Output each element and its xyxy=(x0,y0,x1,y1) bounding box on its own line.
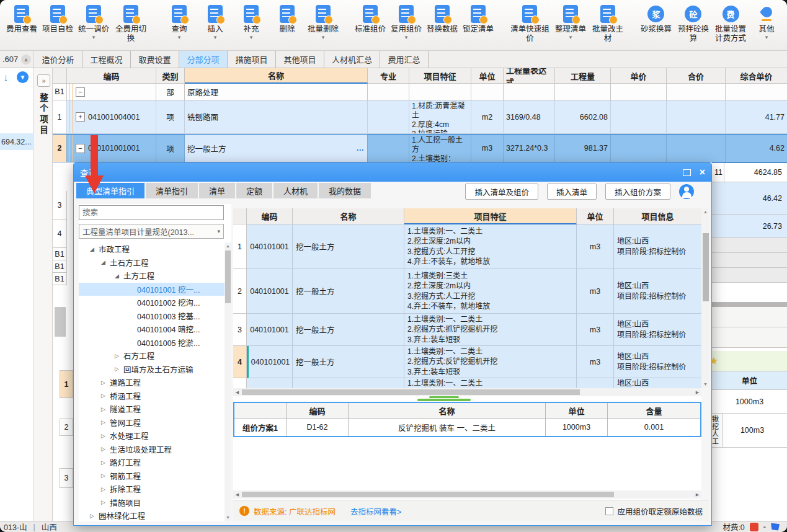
index-site-link[interactable]: 去指标网看看> xyxy=(350,505,401,517)
col-header[interactable]: 专业 xyxy=(368,68,409,84)
tree-item[interactable]: 040101002 挖沟... xyxy=(79,296,231,309)
dialog-tab[interactable]: 清单指引 xyxy=(146,183,198,198)
name-cell[interactable]: 挖一般土方 … xyxy=(185,134,368,162)
name-cell[interactable]: 挖一般土方 xyxy=(293,314,404,346)
scroll-up-icon[interactable]: ▲ xyxy=(702,208,709,216)
unit-cell[interactable]: m3 xyxy=(577,314,614,346)
toolbar-button[interactable]: 标准组价 xyxy=(352,2,388,35)
tree-arrow-icon[interactable]: ▷ xyxy=(101,446,110,452)
info-cell[interactable]: 地区:山西 项目阶段:招标控制价 xyxy=(614,314,701,346)
result-row[interactable]: 1.土壤类别:一、二类土 地区:山西 xyxy=(233,378,701,389)
name-cell[interactable]: 挖一般土方 xyxy=(293,269,404,314)
scroll-down-icon[interactable]: ▼ xyxy=(225,514,231,521)
tree-arrow-icon[interactable]: ▷ xyxy=(101,472,110,479)
col-header[interactable]: 名称 xyxy=(185,68,368,84)
col-header[interactable]: 工程量表达式 xyxy=(504,68,555,84)
scroll-left-icon[interactable]: ◀ xyxy=(233,388,241,396)
minimize-icon[interactable]: - xyxy=(763,523,766,531)
result-row[interactable]: 2 040101001 挖一般土方 1.土壤类别:三类土 2.挖土深度:2m以内… xyxy=(233,269,701,314)
features-cell[interactable]: 1.土壤类别:一、二类土 2.挖掘方式:反铲挖掘机开挖 3.弃土:装车短驳 xyxy=(404,346,577,378)
col-header[interactable]: 项目特征 xyxy=(404,208,577,224)
dialog-titlebar[interactable]: 查询 × xyxy=(74,163,711,182)
unit-cell[interactable]: m3 xyxy=(577,269,614,314)
horizontal-scrollbar[interactable]: ◀ ▶ xyxy=(233,388,701,396)
expression-cell[interactable]: 3169/0.48 xyxy=(504,100,555,134)
tree-item[interactable]: ▷ 路灯工程 xyxy=(79,456,231,469)
toolbar-button[interactable]: 全费用切换 xyxy=(112,2,150,45)
code-cell[interactable] xyxy=(247,378,293,389)
code-cell[interactable]: 040101001 xyxy=(247,314,293,346)
dialog-tab[interactable]: 我的数据 xyxy=(319,183,371,198)
expand-panel-button[interactable]: » xyxy=(37,74,50,87)
flag-icon[interactable] xyxy=(771,523,780,531)
unit-cell[interactable]: m3 xyxy=(577,224,614,269)
row-number[interactable]: 4 xyxy=(53,219,67,248)
toolbar-button[interactable]: 其他 ▾ xyxy=(749,2,785,42)
toolbar-button[interactable]: 批量改主材 xyxy=(589,2,627,45)
cell[interactable] xyxy=(368,84,409,100)
tree-arrow-icon[interactable]: ▷ xyxy=(101,379,110,386)
col-header[interactable]: 编码 xyxy=(67,68,156,84)
name-cell[interactable]: 铣刨路面 xyxy=(185,100,368,134)
tree-arrow-icon[interactable]: ▷ xyxy=(101,486,110,492)
user-avatar-icon[interactable] xyxy=(679,184,694,199)
row-number[interactable]: 1 xyxy=(233,224,247,269)
scheme-row[interactable]: 组价方案1 D1-62 反铲挖掘机 装车 一、二类土 1000m3 0.001 xyxy=(234,419,700,436)
tree-arrow-icon[interactable]: ▷ xyxy=(101,459,110,466)
tree-item[interactable]: 040101004 暗挖... xyxy=(79,322,231,336)
scheme-amount[interactable]: 0.001 xyxy=(608,419,700,436)
tree-item[interactable]: ▷ 生活垃圾处理工程 xyxy=(79,443,231,456)
toolbar-button[interactable]: 复用组价 ▾ xyxy=(388,2,424,42)
info-cell[interactable]: 地区:山西 xyxy=(614,378,701,389)
scroll-right-icon[interactable]: ▶ xyxy=(693,490,701,499)
toolbar-button[interactable]: 项目自检 xyxy=(40,2,76,35)
col-header[interactable]: 类别 xyxy=(156,68,185,84)
tree-item[interactable]: ▷ 钢筋工程 xyxy=(79,469,231,483)
tree-item[interactable]: ▷ 水处理工程 xyxy=(79,429,231,443)
chevron-down-icon[interactable]: ▾ xyxy=(765,34,768,40)
main-tab[interactable]: 取费设置 xyxy=(131,51,179,68)
unit-cell[interactable]: m3 xyxy=(471,134,504,162)
row-number[interactable] xyxy=(233,378,247,389)
row-number[interactable]: 1 xyxy=(60,370,73,398)
app-logo-icon[interactable] xyxy=(750,523,758,531)
cell[interactable] xyxy=(667,84,726,100)
tree-arrow-icon[interactable]: ◢ xyxy=(101,259,110,265)
row-number[interactable]: 2 xyxy=(53,134,67,162)
dialog-tab[interactable]: 人材机 xyxy=(273,183,318,198)
features-cell[interactable]: 1.材质:沥青混凝土 2.厚度:4cm 3.垃圾运输 xyxy=(409,100,471,134)
toolbar-button[interactable]: 砼 预拌砼换算 xyxy=(674,2,713,45)
table-row[interactable]: B1 − 部 原路处理 xyxy=(53,84,787,100)
code-cell[interactable]: 040101001 xyxy=(247,269,293,314)
scrollbar-thumb[interactable] xyxy=(703,233,709,301)
main-tab[interactable]: 费用汇总 xyxy=(380,51,429,68)
cell[interactable] xyxy=(504,84,555,100)
main-tab[interactable]: 造价分析 xyxy=(34,51,82,68)
toolbar-button[interactable]: 锁定清单 xyxy=(460,2,496,35)
tree-arrow-icon[interactable]: ▷ xyxy=(101,499,110,505)
col-header[interactable]: 项目特征 xyxy=(409,68,471,84)
dialog-tab[interactable]: 清单 xyxy=(199,183,235,198)
tree-item[interactable]: ▷ 石方工程 xyxy=(79,349,231,363)
info-cell[interactable]: 地区:山西 项目阶段:招标控制价 xyxy=(614,224,701,269)
tree-arrow-icon[interactable]: ▷ xyxy=(101,419,110,425)
tree-arrow-icon[interactable]: ▷ xyxy=(101,433,110,439)
col-header[interactable]: 工程量 xyxy=(555,68,611,84)
scrollbar-thumb[interactable] xyxy=(242,492,614,497)
toolbar-button[interactable]: 费 批量设置 计费方式 xyxy=(713,2,749,45)
quantity-cell[interactable]: 6602.08 xyxy=(555,100,611,134)
tree-item[interactable]: ▷ 措施项目 xyxy=(79,496,231,510)
col-header[interactable]: 项目信息 xyxy=(614,208,701,224)
chevron-down-icon[interactable]: ▾ xyxy=(322,34,325,40)
name-cell[interactable]: 挖一般土方 xyxy=(293,346,404,378)
unit-cell[interactable]: m3 xyxy=(577,346,614,378)
toolbar-button[interactable]: 清单快速组价 xyxy=(507,2,553,45)
cell[interactable] xyxy=(471,84,504,100)
toolbar-button[interactable]: 浆 砂浆换算 xyxy=(638,2,674,35)
chevron-down-icon[interactable]: ▾ xyxy=(92,34,96,40)
chevron-down-icon[interactable]: ▾ xyxy=(569,34,572,40)
chevron-down-icon[interactable]: ▾ xyxy=(214,34,217,40)
collapse-up-icon[interactable]: ▲ xyxy=(21,55,31,64)
tree-arrow-icon[interactable]: ▷ xyxy=(90,513,99,519)
tree-item[interactable]: 040101001 挖一... xyxy=(79,283,231,296)
